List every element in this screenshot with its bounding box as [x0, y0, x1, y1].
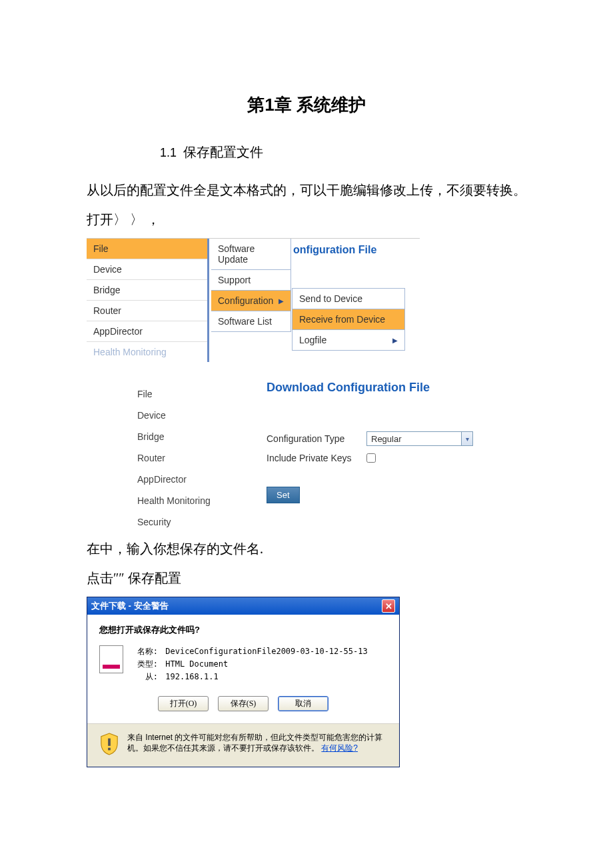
submenu-support[interactable]: Support	[211, 270, 291, 291]
value-from: 192.168.1.1	[165, 672, 218, 681]
dialog-file-download: 文件下载 - 安全警告 ✕ 您想打开或保存此文件吗? 名称: DeviceCon…	[87, 597, 400, 767]
label-name: 名称:	[133, 645, 158, 658]
label-include-keys: Include Private Keys	[267, 453, 366, 463]
dialog-title-text: 文件下载 - 安全警告	[91, 600, 169, 612]
save-button[interactable]: 保存(S)	[218, 696, 269, 711]
risk-link[interactable]: 有何风险?	[321, 743, 358, 753]
paragraph-1: 从以后的配置文件全是文本格式的，可以干脆编辑修改上传，不须要转换。	[87, 178, 526, 202]
section-number: 1.1	[160, 146, 177, 160]
submenu-configuration[interactable]: Configuration▶	[211, 291, 291, 311]
section-title: 保存配置文件	[183, 143, 263, 161]
close-button[interactable]: ✕	[382, 599, 395, 613]
submenu-receive-from-device[interactable]: Receive from Device	[292, 309, 405, 329]
set-button[interactable]: Set	[267, 487, 300, 503]
value-type: HTML Document	[165, 659, 228, 669]
menu-bridge[interactable]: Bridge	[87, 280, 207, 301]
checkbox-include-keys[interactable]	[366, 453, 376, 463]
file-details: 名称: DeviceConfigurationFile2009-03-10-12…	[133, 645, 368, 684]
paragraph-2: 打开〉 〉 ，	[87, 207, 526, 231]
submenu-logfile[interactable]: Logfile▶	[292, 329, 405, 351]
submenu-software-update[interactable]: Software Update	[211, 239, 291, 270]
select-config-type[interactable]: Regular ▾	[366, 431, 473, 446]
menu2-security[interactable]: Security	[133, 511, 240, 533]
chevron-right-icon: ▶	[279, 297, 284, 305]
sidebar-menu-2: File Device Bridge Router AppDirector He…	[133, 383, 240, 533]
dialog-warning-text: 来自 Internet 的文件可能对您有所帮助，但此文件类型可能危害您的计算机。…	[127, 732, 387, 755]
menu-device[interactable]: Device	[87, 259, 207, 280]
menu2-file[interactable]: File	[133, 383, 240, 405]
submenu-send-to-device[interactable]: Send to Device	[292, 288, 405, 309]
submenu-2: Send to Device Receive from Device Logfi…	[292, 288, 405, 351]
value-name: DeviceConfigurationFile2009-03-10-12-55-…	[165, 647, 367, 656]
chevron-down-icon: ▾	[461, 432, 472, 445]
dialog-titlebar: 文件下载 - 安全警告 ✕	[87, 597, 399, 615]
close-icon: ✕	[385, 601, 392, 611]
submenu-1: Software Update Support Configuration▶ S…	[211, 239, 291, 332]
screenshot-download-config: File Device Bridge Router AppDirector He…	[133, 369, 540, 529]
menu-health-monitoring[interactable]: Health Monitoring	[87, 342, 207, 362]
open-button[interactable]: 打开(O)	[158, 696, 209, 711]
menu2-device[interactable]: Device	[133, 405, 240, 426]
paragraph-3: 在中，输入你想保存的文件名.	[87, 537, 526, 561]
label-config-type: Configuration Type	[267, 433, 366, 444]
menu2-bridge[interactable]: Bridge	[133, 426, 240, 447]
svg-rect-0	[108, 738, 111, 745]
screenshot-menu-cascade: onfiguration File File Device Bridge Rou…	[87, 238, 420, 362]
file-icon	[99, 645, 123, 673]
dialog-question: 您想打开或保存此文件吗?	[99, 624, 387, 636]
menu-router[interactable]: Router	[87, 301, 207, 321]
paragraph-4: 点击″″ 保存配置	[87, 566, 526, 590]
menu2-health-monitoring[interactable]: Health Monitoring	[133, 490, 240, 511]
cancel-button[interactable]: 取消	[278, 696, 328, 711]
partial-panel-title: onfiguration File	[293, 244, 376, 256]
menu2-appdirector[interactable]: AppDirector	[133, 469, 240, 490]
sidebar-menu-1: File Device Bridge Router AppDirector He…	[87, 239, 209, 362]
chapter-title: 第1章 系统维护	[87, 93, 526, 117]
warning-shield-icon	[99, 732, 119, 756]
menu-file[interactable]: File	[87, 239, 207, 259]
select-value: Regular	[371, 434, 402, 444]
svg-rect-1	[108, 747, 111, 750]
menu2-router[interactable]: Router	[133, 447, 240, 469]
label-from: 从:	[133, 671, 158, 683]
chevron-right-icon: ▶	[392, 337, 398, 344]
menu-appdirector[interactable]: AppDirector	[87, 321, 207, 342]
submenu-software-list[interactable]: Software List	[211, 311, 291, 332]
panel-title: Download Configuration File	[267, 381, 533, 395]
label-type: 类型:	[133, 658, 158, 671]
section-heading: 1.1 保存配置文件	[160, 143, 526, 161]
